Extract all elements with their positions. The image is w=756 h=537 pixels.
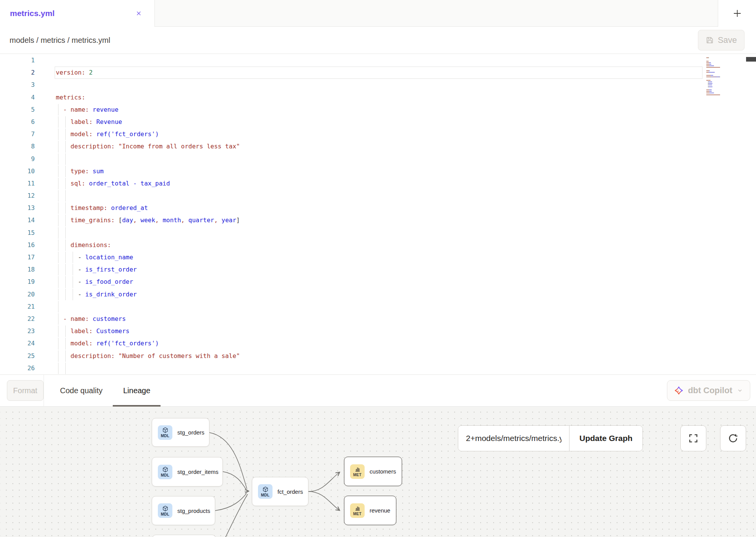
- lineage-node-stg_products[interactable]: MDLstg_products: [152, 496, 215, 525]
- code-line[interactable]: 5 - name: revenue: [0, 104, 756, 116]
- lineage-node-customers[interactable]: METcustomers: [344, 457, 402, 486]
- lineage-node-fct_orders[interactable]: MDLfct_orders: [252, 477, 308, 506]
- code-line[interactable]: 14 time_grains: [day, week, month, quart…: [0, 214, 756, 226]
- line-number: 22: [0, 313, 35, 325]
- code-line[interactable]: 8 description: "Income from all orders l…: [0, 140, 756, 153]
- line-number: 21: [0, 301, 35, 313]
- line-number: 26: [0, 362, 35, 374]
- lineage-filter-group: Update Graph: [458, 425, 643, 451]
- line-number: 9: [0, 153, 35, 165]
- line-number: 20: [0, 288, 35, 301]
- dbt-copilot-label: dbt Copilot: [688, 386, 732, 395]
- code-line[interactable]: 7 model: ref('fct_orders'): [0, 128, 756, 140]
- code-line[interactable]: 12: [0, 190, 756, 202]
- code-line[interactable]: 2version: 2: [0, 67, 756, 79]
- node-label: stg_orders: [177, 429, 204, 436]
- fullscreen-icon: [688, 433, 699, 444]
- line-number: 7: [0, 128, 35, 140]
- tab-label: metrics.yml: [10, 9, 55, 18]
- tab-lineage[interactable]: Lineage: [113, 375, 161, 406]
- bottom-toolbar: Format Code quality Lineage dbt Copilot: [0, 374, 756, 407]
- fullscreen-button[interactable]: [680, 425, 706, 451]
- dbt-copilot-icon: [674, 386, 683, 395]
- line-number: 2: [0, 67, 35, 79]
- update-graph-button[interactable]: Update Graph: [569, 426, 642, 451]
- line-number: 25: [0, 350, 35, 362]
- line-number: 6: [0, 116, 35, 128]
- lineage-filter-input[interactable]: [458, 426, 569, 451]
- code-line[interactable]: 22 - name: customers: [0, 313, 756, 325]
- bar-chart-icon: MET: [350, 503, 365, 518]
- new-tab-button[interactable]: [718, 0, 756, 27]
- node-label: stg_products: [177, 508, 210, 514]
- code-line[interactable]: 15: [0, 227, 756, 239]
- line-number: 13: [0, 202, 35, 214]
- line-number: 16: [0, 239, 35, 251]
- code-line[interactable]: 19 - is_food_order: [0, 276, 756, 288]
- node-label: revenue: [370, 507, 390, 514]
- code-line[interactable]: 3: [0, 79, 756, 91]
- code-line[interactable]: 4metrics:: [0, 91, 756, 104]
- bottom-tabs: Code quality Lineage: [50, 375, 161, 406]
- lineage-node-revenue[interactable]: METrevenue: [344, 496, 396, 525]
- line-number: 17: [0, 251, 35, 264]
- lineage-node-partial[interactable]: MDL: [152, 535, 216, 537]
- line-number: 24: [0, 337, 35, 350]
- code-line[interactable]: 16 dimensions:: [0, 239, 756, 251]
- cube-icon: MDL: [158, 503, 172, 518]
- line-number: 3: [0, 79, 35, 91]
- refresh-icon: [728, 433, 738, 444]
- cube-icon: MDL: [158, 425, 172, 440]
- line-number: 4: [0, 91, 35, 104]
- line-number: 14: [0, 214, 35, 226]
- code-line[interactable]: 21: [0, 301, 756, 313]
- minimap[interactable]: [704, 55, 746, 98]
- line-number: 5: [0, 104, 35, 116]
- tab-strip: metrics.yml: [0, 0, 756, 27]
- cube-icon: MDL: [158, 465, 172, 479]
- code-line[interactable]: 20 - is_drink_order: [0, 288, 756, 301]
- lineage-canvas[interactable]: MDLstg_ordersMDLstg_order_itemsMDLstg_pr…: [0, 407, 756, 537]
- dbt-copilot-button[interactable]: dbt Copilot: [667, 380, 750, 401]
- code-line[interactable]: 1: [0, 54, 756, 67]
- line-number: 1: [0, 54, 35, 67]
- app-window: metrics.yml models / metrics / metrics.y…: [0, 0, 756, 537]
- code-line[interactable]: 24 model: ref('fct_orders'): [0, 337, 756, 350]
- refresh-button[interactable]: [720, 425, 746, 451]
- chevron-down-icon: [737, 387, 743, 394]
- line-number: 11: [0, 177, 35, 190]
- code-line[interactable]: 6 label: Revenue: [0, 116, 756, 128]
- line-number: 10: [0, 165, 35, 177]
- code-line[interactable]: 26: [0, 362, 756, 374]
- line-number: 23: [0, 325, 35, 337]
- plus-icon: [732, 8, 742, 18]
- line-number: 19: [0, 276, 35, 288]
- code-line[interactable]: 13 timestamp: ordered_at: [0, 202, 756, 214]
- code-line[interactable]: 10 type: sum: [0, 165, 756, 177]
- tab-strip-empty: [155, 0, 718, 27]
- save-button[interactable]: Save: [698, 30, 745, 50]
- line-number: 15: [0, 227, 35, 239]
- code-line[interactable]: 23 label: Customers: [0, 325, 756, 337]
- lineage-node-stg_order_items[interactable]: MDLstg_order_items: [152, 457, 223, 487]
- lineage-node-stg_orders[interactable]: MDLstg_orders: [152, 418, 209, 447]
- format-button[interactable]: Format: [7, 380, 44, 401]
- code-line[interactable]: 11 sql: order_total - tax_paid: [0, 177, 756, 190]
- save-icon: [706, 36, 714, 44]
- close-icon[interactable]: [134, 8, 144, 18]
- code-editor[interactable]: 12version: 234metrics:5 - name: revenue6…: [0, 54, 756, 374]
- code-lines[interactable]: 12version: 234metrics:5 - name: revenue6…: [0, 54, 756, 374]
- code-line[interactable]: 25 description: "Number of customers wit…: [0, 350, 756, 362]
- code-line[interactable]: 18 - is_first_order: [0, 264, 756, 276]
- save-label: Save: [718, 35, 737, 45]
- code-line[interactable]: 9: [0, 153, 756, 165]
- scrollbar-thumb[interactable]: [746, 57, 756, 62]
- line-number: 8: [0, 140, 35, 153]
- line-number: 12: [0, 190, 35, 202]
- code-line[interactable]: 17 - location_name: [0, 251, 756, 264]
- tab-metrics-yml[interactable]: metrics.yml: [0, 0, 155, 27]
- breadcrumb-bar: models / metrics / metrics.yml Save: [0, 27, 756, 54]
- toolbar-divider: [44, 375, 44, 406]
- tab-code-quality[interactable]: Code quality: [50, 375, 113, 406]
- bar-chart-icon: MET: [350, 464, 365, 479]
